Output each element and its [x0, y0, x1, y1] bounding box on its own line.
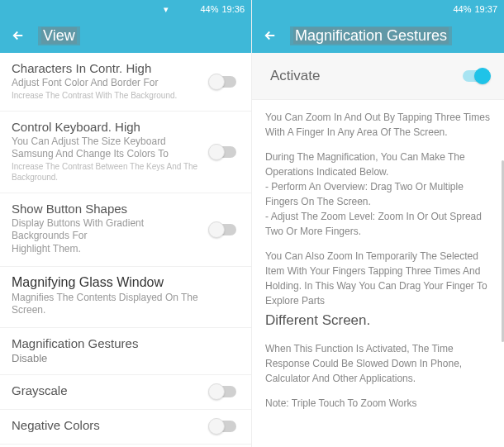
- item-subtitle: Magnifies The Contents Displayed On The …: [12, 292, 203, 317]
- desc-p3: You Can Also Zoom In Temporarily The Sel…: [265, 249, 491, 331]
- item-grayscale[interactable]: Grayscale: [0, 375, 251, 410]
- battery-text: 44%: [453, 4, 471, 14]
- item-subtitle-b: Samsung And Change Its Colors To: [12, 148, 203, 161]
- page-title: Magnification Gestures: [290, 26, 452, 45]
- desc-p2a: During The Magnification, You Can Make T…: [265, 151, 465, 178]
- desc-p2b: - Perform An Overview: Drag Two Or Multi…: [265, 181, 464, 207]
- desc-p3b: Different Screen.: [265, 310, 491, 331]
- item-subtitle: Adjust Font Color And Border For: [12, 77, 203, 90]
- item-state: Disable: [12, 352, 203, 364]
- desc-p2: During The Magnification, You Can Make T…: [265, 150, 491, 239]
- activate-label: Activate: [270, 68, 486, 84]
- network-icon: ▾: [164, 4, 169, 15]
- status-bar: 44% 19:37: [252, 0, 504, 18]
- item-subtitle-b: Highlight Them.: [12, 243, 203, 256]
- header-bar: Magnification Gestures: [252, 18, 504, 53]
- desc-p5: Note: Triple Touch To Zoom Works: [265, 396, 491, 411]
- item-subtitle-2: Increase The Contrast Between The Keys A…: [12, 161, 203, 183]
- item-magnification-gestures[interactable]: Magnification Gestures Disable: [0, 328, 251, 375]
- item-title: Magnification Gestures: [12, 336, 203, 350]
- battery-text: 44%: [200, 4, 218, 14]
- item-subtitle: Display Buttons With Gradient Background…: [12, 217, 203, 243]
- settings-list: Characters In Contr. High Adjust Font Co…: [0, 53, 251, 447]
- page-title: View: [38, 26, 80, 45]
- activate-row[interactable]: Activate: [252, 53, 504, 100]
- item-title: Show Button Shapes: [12, 202, 203, 216]
- item-title: Characters In Contr. High: [12, 61, 203, 75]
- desc-p2c: - Adjust The Zoom Level: Zoom In Or Out …: [265, 211, 482, 237]
- toggle-switch[interactable]: [210, 421, 236, 432]
- time-text: 19:37: [474, 4, 497, 14]
- item-subtitle: You Can Adjust The Size Keyboard: [12, 136, 203, 149]
- toggle-switch[interactable]: [210, 76, 236, 88]
- item-negative-colors[interactable]: Negative Colors: [0, 410, 251, 445]
- item-magnifying-glass[interactable]: Magnifying Glass Window Magnifies The Co…: [0, 267, 251, 328]
- item-title: Grayscale: [12, 383, 203, 397]
- desc-p1: You Can Zoom In And Out By Tapping Three…: [265, 110, 491, 140]
- toggle-switch[interactable]: [210, 146, 236, 158]
- toggle-switch[interactable]: [210, 224, 236, 235]
- left-screen: ▾ 44% 19:36 View Characters In Contr. Hi…: [0, 0, 252, 447]
- right-screen: 44% 19:37 Magnification Gestures Activat…: [252, 0, 504, 447]
- item-show-button-shapes[interactable]: Show Button Shapes Display Buttons With …: [0, 193, 251, 267]
- status-bar: ▾ 44% 19:36: [0, 0, 251, 18]
- header-bar: View: [0, 18, 251, 53]
- toggle-switch[interactable]: [210, 386, 236, 397]
- item-title: Magnifying Glass Window: [12, 275, 203, 290]
- desc-p3a: You Can Also Zoom In Temporarily The Sel…: [265, 250, 487, 307]
- item-title: Control Keyboard. High: [12, 120, 203, 134]
- back-icon[interactable]: [262, 27, 278, 44]
- detail-content: Activate You Can Zoom In And Out By Tapp…: [252, 53, 504, 447]
- item-control-keyboard[interactable]: Control Keyboard. High You Can Adjust Th…: [0, 112, 251, 193]
- activate-toggle[interactable]: [463, 70, 489, 82]
- item-subtitle-2: Increase The Contrast With The Backgroun…: [12, 90, 203, 101]
- time-text: 19:36: [221, 4, 245, 14]
- item-characters-contrast[interactable]: Characters In Contr. High Adjust Font Co…: [0, 53, 251, 112]
- desc-p4: When This Function Is Activated, The Tim…: [265, 341, 491, 386]
- item-title: Negative Colors: [12, 418, 203, 432]
- description: You Can Zoom In And Out By Tapping Three…: [252, 100, 504, 429]
- back-icon[interactable]: [10, 27, 26, 44]
